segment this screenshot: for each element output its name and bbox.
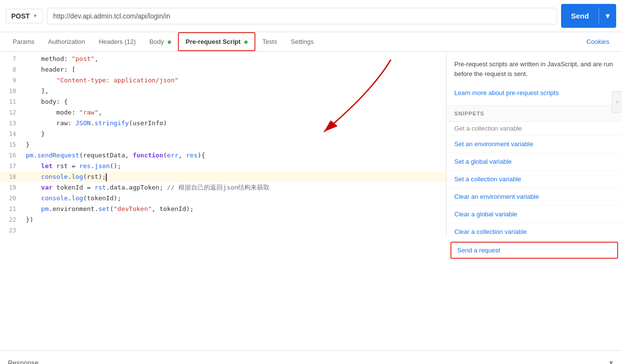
tab-params[interactable]: Params [6, 33, 41, 50]
snippet-set-collection-var[interactable]: Set a collection variable [447, 171, 622, 188]
method-label: POST [11, 12, 30, 20]
learn-more-link[interactable]: Learn more about pre-request scripts [454, 89, 559, 96]
code-line-20: 20 console.log(tokenId); [0, 193, 446, 204]
sidebar: Pre-request scripts are written in JavaS… [447, 52, 622, 350]
tab-cookies[interactable]: Cookies [580, 33, 616, 50]
snippet-send-request[interactable]: Send a request [450, 242, 618, 259]
code-line-23: 23 [0, 225, 446, 236]
method-chevron-icon: ▼ [33, 13, 38, 19]
code-line-11: 11 body: { [0, 96, 446, 107]
editor-inner: 7 method: "post", 8 header: [ 9 "Content… [0, 52, 446, 238]
send-label: Send [561, 8, 599, 24]
snippet-clear-global-var[interactable]: Clear a global variable [447, 206, 622, 223]
tab-headers[interactable]: Headers (12) [92, 33, 143, 50]
code-line-15: 15 } [0, 139, 446, 150]
method-select[interactable]: POST ▼ [6, 9, 43, 23]
code-line-7: 7 method: "post", [0, 54, 446, 64]
code-line-22: 22 }) [0, 214, 446, 225]
snippets-header: SNIPPETS [447, 106, 622, 122]
tab-settings[interactable]: Settings [284, 33, 320, 50]
send-dropdown-icon[interactable]: ▼ [599, 8, 616, 24]
tab-prerequest[interactable]: Pre-request Script [178, 32, 255, 51]
code-line-18: 18 console.log(rst); [0, 172, 446, 182]
response-label: Response [8, 359, 608, 364]
sidebar-info-text: Pre-request scripts are written in JavaS… [454, 59, 614, 78]
response-chevron-icon: ▼ [608, 359, 614, 364]
main-content: 7 method: "post", 8 header: [ 9 "Content… [0, 52, 622, 350]
code-line-17: 17 let rst = res.json(); [0, 161, 446, 172]
sidebar-info: Pre-request scripts are written in JavaS… [447, 52, 622, 106]
url-input[interactable] [47, 8, 557, 24]
body-dot [168, 40, 171, 44]
code-line-16: 16 pm.sendRequest(requestData, function(… [0, 150, 446, 161]
send-button[interactable]: Send ▼ [561, 4, 616, 28]
code-line-14: 14 } [0, 129, 446, 139]
tab-tests[interactable]: Tests [255, 33, 284, 50]
code-line-19: 19 var tokenId = rst.data.agpToken; // 根… [0, 182, 446, 193]
code-editor[interactable]: 7 method: "post", 8 header: [ 9 "Content… [0, 52, 447, 238]
code-line-13: 13 raw: JSON.stringify(userInfo) [0, 118, 446, 129]
snippet-list: Get a collection variable Set an environ… [447, 122, 622, 350]
tabs-bar: Params Authorization Headers (12) Body P… [0, 32, 622, 52]
snippet-set-env-var[interactable]: Set an environment variable [447, 135, 622, 153]
snippet-get-collection-var[interactable]: Get a collection variable [447, 122, 622, 135]
code-line-21: 21 pm.environment.set("devToken", tokenI… [0, 204, 446, 214]
response-section[interactable]: Response ▼ [0, 350, 622, 364]
prerequest-dot [244, 40, 248, 44]
code-line-8: 8 header: [ [0, 64, 446, 75]
sidebar-expand-btn[interactable]: › [612, 91, 622, 113]
snippet-set-global-var[interactable]: Set a global variable [447, 153, 622, 171]
snippet-clear-env-var[interactable]: Clear an environment variable [447, 188, 622, 206]
code-line-12: 12 mode: "raw", [0, 107, 446, 118]
tab-body[interactable]: Body [143, 33, 178, 50]
code-line-10: 10 ], [0, 86, 446, 96]
tab-authorization[interactable]: Authorization [41, 33, 92, 50]
code-line-9: 9 "Content-type: application/json" [0, 75, 446, 86]
top-bar: POST ▼ Send ▼ [0, 0, 622, 32]
snippet-clear-collection-var[interactable]: Clear a collection variable [447, 223, 622, 241]
editor-wrapper: 7 method: "post", 8 header: [ 9 "Content… [0, 52, 447, 350]
expand-icon: › [616, 99, 618, 105]
